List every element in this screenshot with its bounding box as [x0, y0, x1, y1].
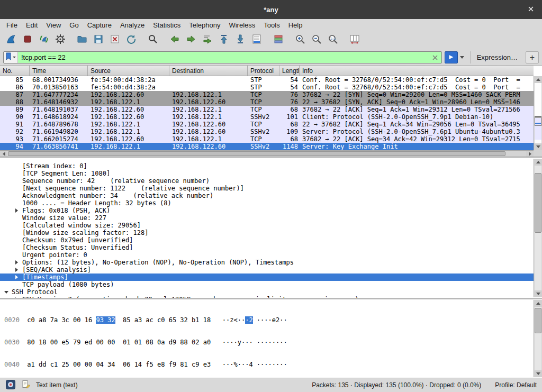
menu-statistics[interactable]: Statistics — [149, 20, 185, 30]
scroll-down-button[interactable] — [534, 290, 542, 297]
expression-button[interactable]: Expression… — [470, 51, 523, 63]
stop-capture-button[interactable] — [19, 32, 35, 48]
zoom-out-button[interactable] — [308, 32, 324, 48]
detail-row[interactable]: Options: (12 bytes), No-Operation (NOP),… — [0, 259, 534, 266]
resize-columns-button[interactable] — [346, 32, 363, 48]
filter-history-dropdown[interactable] — [458, 51, 466, 63]
details-vertical-scrollbar[interactable] — [534, 159, 542, 297]
scrollbar-handle[interactable] — [535, 173, 541, 233]
go-to-packet-button[interactable] — [199, 32, 215, 48]
detail-row[interactable]: [Checksum Status: Unverified] — [0, 244, 534, 251]
packet-row[interactable]: 9271.661949820192.168.122.1192.168.122.6… — [0, 128, 534, 135]
detail-row[interactable]: Window size value: 227 — [0, 214, 534, 222]
detail-row[interactable]: Flags: 0x018 (PSH, ACK) — [0, 207, 534, 214]
scroll-up-button[interactable] — [534, 300, 542, 307]
detail-row[interactable]: Checksum: 0x79ed [unverified] — [0, 236, 534, 244]
detail-row[interactable]: Sequence number: 42 (relative sequence n… — [0, 177, 534, 185]
window-close-button[interactable] — [524, 3, 538, 16]
go-first-packet-button[interactable] — [215, 32, 232, 48]
start-capture-button[interactable] — [3, 32, 19, 48]
packet-row[interactable]: 9071.648618924192.168.122.60192.168.122.… — [0, 113, 534, 121]
expander-icon[interactable] — [15, 208, 18, 213]
packet-row[interactable]: 9371.662015274192.168.122.60192.168.122.… — [0, 135, 534, 143]
profile-status[interactable]: Profile: Default — [495, 381, 537, 389]
column-header-time[interactable]: Time — [30, 66, 88, 76]
column-header-protocol[interactable]: Protocol — [248, 66, 279, 76]
capture-options-button[interactable] — [52, 32, 68, 48]
scrollbar-handle[interactable] — [535, 308, 541, 333]
column-header-length[interactable]: Length — [279, 66, 300, 76]
detail-row[interactable]: SSH Protocol — [0, 288, 534, 296]
reload-button[interactable] — [123, 32, 139, 48]
display-filter-field[interactable]: !tcp.port == 22 — [3, 51, 442, 63]
scroll-up-button[interactable] — [534, 76, 542, 83]
detail-row-selected[interactable]: [Timestamps] — [0, 274, 534, 281]
column-header-info[interactable]: Info — [300, 66, 534, 76]
packet-row[interactable]: 8568.001734936fe:54:00:d4:38:2aSTP54Conf… — [0, 76, 534, 84]
hex-row[interactable]: 0020 c0 a8 7a 3c 00 16 93 32 85 a3 ac c0… — [4, 316, 542, 324]
packet-row-selected[interactable]: 9471.663856741192.168.122.1192.168.122.6… — [0, 143, 534, 150]
menu-telephony[interactable]: Telephony — [185, 20, 224, 30]
expander-icon[interactable] — [15, 275, 18, 279]
scroll-down-button[interactable] — [534, 370, 542, 377]
zoom-in-button[interactable] — [292, 32, 308, 48]
hex-row[interactable]: 0040 a1 dd c1 25 00 00 04 34 06 14 f5 e8… — [4, 361, 542, 368]
scroll-track[interactable] — [535, 307, 541, 370]
menu-analyze[interactable]: Analyze — [116, 20, 149, 30]
detail-row[interactable]: [Calculated window size: 29056] — [0, 222, 534, 229]
menu-wireless[interactable]: Wireless — [224, 20, 259, 30]
scroll-track[interactable] — [535, 166, 541, 290]
go-back-button[interactable] — [166, 32, 183, 48]
detail-row[interactable]: TCP payload (1080 bytes) — [0, 281, 534, 288]
close-file-button[interactable] — [106, 32, 123, 48]
column-header-destination[interactable]: Destination — [169, 66, 248, 76]
menu-tools[interactable]: Tools — [259, 20, 284, 30]
detail-row[interactable]: [Stream index: 0] — [0, 162, 534, 170]
find-packet-button[interactable] — [144, 32, 161, 48]
detail-row[interactable]: Urgent pointer: 0 — [0, 251, 534, 259]
column-header-source[interactable]: Source — [88, 66, 169, 76]
detail-row[interactable]: [SEQ/ACK analysis] — [0, 266, 534, 274]
auto-scroll-button[interactable] — [248, 32, 265, 48]
normal-size-button[interactable]: 1:1 — [324, 32, 341, 48]
packet-row[interactable]: 8670.013850163fe:54:00:d4:38:2aSTP54Conf… — [0, 84, 534, 91]
capture-comment-button[interactable] — [21, 380, 31, 390]
menu-edit[interactable]: Edit — [22, 20, 42, 30]
expander-icon[interactable] — [15, 268, 18, 272]
packet-row[interactable]: 8971.648191037192.168.122.60192.168.122.… — [0, 106, 534, 113]
filter-clear-button[interactable] — [429, 52, 441, 63]
menu-file[interactable]: File — [2, 20, 22, 30]
restart-capture-button[interactable] — [35, 32, 52, 48]
expander-open-icon[interactable] — [4, 291, 8, 294]
expander-icon[interactable] — [15, 297, 18, 298]
packet-list-vertical-scrollbar[interactable] — [534, 76, 542, 150]
scrollbar-handle[interactable] — [8, 151, 505, 156]
scrollbar-handle[interactable] — [535, 116, 541, 126]
detail-row[interactable]: [Next sequence number: 1122 (relative se… — [0, 185, 534, 192]
filter-apply-button[interactable] — [445, 51, 458, 63]
detail-row[interactable]: [TCP Segment Len: 1080] — [0, 170, 534, 177]
menu-view[interactable]: View — [42, 20, 65, 30]
scroll-left-button[interactable] — [0, 151, 7, 157]
menu-capture[interactable]: Capture — [83, 20, 116, 30]
packet-minimap[interactable] — [535, 83, 541, 143]
horizontal-scroll-track[interactable] — [7, 151, 526, 157]
scroll-down-button[interactable] — [534, 143, 542, 150]
display-filter-input[interactable]: !tcp.port == 22 — [18, 53, 429, 61]
packet-row[interactable]: 9171.648789678192.168.122.1192.168.122.6… — [0, 121, 534, 128]
colorize-button[interactable] — [270, 32, 286, 48]
detail-row[interactable]: 1000 .... = Header Length: 32 bytes (8) — [0, 199, 534, 207]
column-header-no[interactable]: No. — [0, 66, 30, 76]
detail-row[interactable]: [Window size scaling factor: 128] — [0, 229, 534, 236]
expander-icon[interactable] — [15, 260, 18, 265]
scroll-up-button[interactable] — [534, 159, 542, 166]
detail-row[interactable]: Acknowledgment number: 34 (relative ack … — [0, 192, 534, 199]
open-file-button[interactable] — [74, 32, 90, 48]
filter-bookmark-button[interactable] — [4, 52, 18, 63]
packet-row[interactable]: 8771.647777234192.168.122.60192.168.122.… — [0, 91, 534, 98]
bytes-vertical-scrollbar[interactable] — [534, 300, 542, 377]
go-forward-button[interactable] — [183, 32, 199, 48]
scroll-right-button[interactable] — [526, 151, 534, 157]
menu-go[interactable]: Go — [65, 20, 83, 30]
go-last-packet-button[interactable] — [232, 32, 248, 48]
